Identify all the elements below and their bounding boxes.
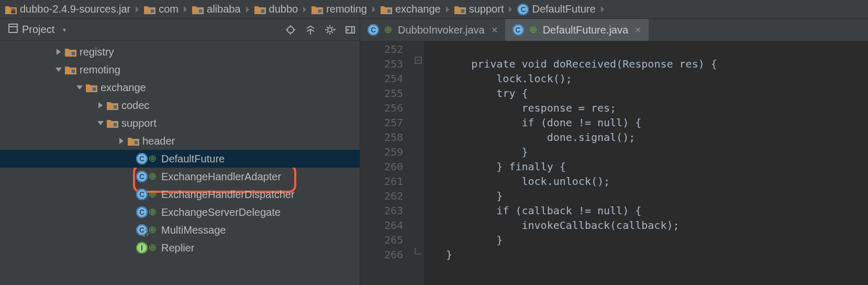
breadcrumb-label: exchange [395,3,441,15]
gear-icon[interactable]: ▾ [325,25,336,35]
svg-rect-29 [113,105,117,109]
public-badge-icon: 🞋 [149,172,156,181]
breadcrumb-separator-icon [184,6,187,13]
tree-node[interactable]: C🞋MultiMessage [0,221,360,239]
breadcrumb-separator-icon [303,6,306,13]
tree-node-label: ExchangeHandlerDispatcher [161,189,295,201]
package-icon [65,47,76,57]
package-icon [128,136,139,146]
abstract-class-icon: C [136,224,148,236]
public-badge-icon: 🞋 [149,190,156,199]
tree-twisty-closed-icon[interactable] [98,102,103,108]
breadcrumb-item[interactable]: exchange [379,3,443,15]
breadcrumb-separator-icon [509,6,512,13]
svg-rect-2 [150,9,154,13]
public-badge-icon: 🞋 [149,226,156,234]
public-badge-icon: 🞋 [529,26,537,34]
package-icon [381,5,392,14]
close-icon[interactable]: ✕ [635,25,641,35]
breadcrumb-separator-icon [246,6,249,13]
project-panel-title[interactable]: Project [22,24,54,36]
breadcrumb-item[interactable]: CDefaultFuture [515,3,597,15]
collapse-all-icon[interactable] [305,25,316,35]
project-toolbar: Project ▾ ▾ [0,19,360,41]
tree-node-label: registry [80,46,114,58]
public-badge-icon: 🞋 [149,208,156,216]
breadcrumb-item[interactable]: dubbo [252,3,301,15]
tree-node[interactable]: exchange [0,79,360,96]
breadcrumb-label: DefaultFuture [532,3,595,15]
tree-node[interactable]: C🞋ExchangeHandlerAdapter [0,168,360,185]
gutter-marks [414,41,424,285]
svg-rect-3 [198,9,203,13]
breadcrumb-label: dubbo [269,3,298,15]
tree-node-label: MultiMessage [161,224,226,236]
tree-twisty-closed-icon[interactable] [57,49,61,55]
tree-node-label: DefaultFuture [161,153,225,165]
fold-minus-icon[interactable] [415,57,422,64]
breadcrumb-item[interactable]: remoting [309,3,369,15]
editor-tabs: C🞋DubboInvoker.java✕C🞋DefaultFuture.java… [360,19,868,41]
locate-icon[interactable] [285,25,296,35]
package-icon [254,5,266,14]
breadcrumb-label: remoting [326,3,367,15]
tab-label: DubboInvoker.java [398,24,485,36]
breadcrumb-item[interactable]: alibaba [190,3,243,15]
code-area[interactable]: private void doReceived(Response res) { … [424,41,868,285]
tree-node[interactable]: C🞋ExchangeServerDelegate [0,203,360,221]
tree-twisty-closed-icon[interactable] [119,138,124,144]
tree-node[interactable]: codec [0,96,360,114]
breadcrumb-label: dubbo-2.4.9-sources.jar [20,3,130,15]
editor-tab[interactable]: C🞋DefaultFuture.java✕ [505,19,649,41]
project-panel: Project ▾ ▾ registryremotingexchangecode… [0,19,360,285]
breadcrumb-label: com [159,3,179,15]
svg-point-15 [328,28,332,32]
class-icon: C [136,189,148,200]
svg-rect-27 [71,69,75,73]
tree-node[interactable]: registry [0,43,360,61]
tree-node-label: codec [121,100,149,112]
hide-panel-icon[interactable] [345,25,355,35]
package-icon [65,65,76,74]
breadcrumb-item[interactable]: support [452,3,506,15]
breadcrumb-separator-icon [372,6,375,13]
tree-node[interactable]: header [0,132,360,150]
svg-rect-0 [11,8,16,14]
breadcrumb-item[interactable]: dubbo-2.4.9-sources.jar [3,3,132,15]
close-icon[interactable]: ✕ [491,25,498,35]
fold-end-icon[interactable] [415,247,422,255]
class-icon: C [513,24,524,36]
breadcrumb: dubbo-2.4.9-sources.jarcomalibabadubbore… [0,0,868,19]
breadcrumb-item[interactable]: com [142,3,181,15]
package-icon [86,83,97,92]
svg-line-22 [327,32,328,33]
editor-panel: C🞋DubboInvoker.java✕C🞋DefaultFuture.java… [360,19,868,285]
project-dropdown-icon[interactable]: ▾ [63,26,66,34]
tree-node[interactable]: remoting [0,61,360,79]
class-icon: C [136,153,148,165]
svg-rect-4 [261,9,265,13]
tree-twisty-open-icon[interactable] [55,68,62,72]
class-icon: C [136,171,148,182]
tree-node-label: support [121,117,157,129]
line-number-gutter: 2522532542552562572582592602612622632642… [360,41,414,285]
public-badge-icon: 🞋 [384,26,392,34]
tree-node-label: ExchangeServerDelegate [161,206,281,218]
breadcrumb-separator-icon [601,6,604,13]
svg-rect-28 [92,87,96,91]
package-icon [144,5,155,14]
svg-rect-26 [71,51,75,56]
jar-icon [5,5,17,14]
tree-node[interactable]: C🞋DefaultFuture [0,150,360,168]
editor-tab[interactable]: C🞋DubboInvoker.java✕ [360,19,505,41]
tree-node[interactable]: C🞋ExchangeHandlerDispatcher [0,185,360,203]
package-icon [454,5,466,14]
project-view-icon [8,24,18,36]
breadcrumb-label: alibaba [207,3,241,15]
svg-rect-8 [9,24,17,32]
tree-node[interactable]: I🞋Replier [0,239,360,257]
tree-twisty-open-icon[interactable] [76,85,83,90]
tree-twisty-open-icon[interactable] [97,121,104,125]
project-tree[interactable]: registryremotingexchangecodecsupporthead… [0,41,360,257]
tree-node[interactable]: support [0,114,360,132]
